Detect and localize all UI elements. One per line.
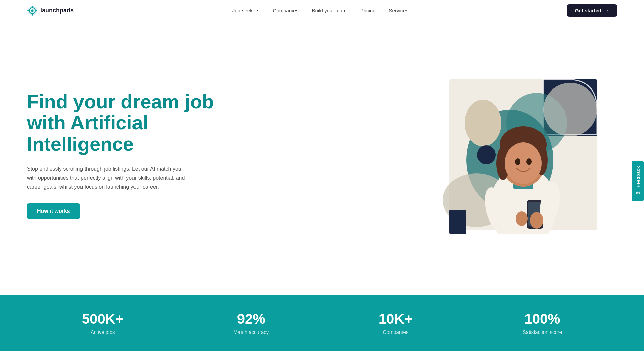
person-svg — [470, 93, 577, 234]
stat-companies-number: 10K+ — [379, 311, 413, 327]
svg-point-31 — [516, 211, 528, 226]
hero-title: Find your dream job with Artificial Inte… — [27, 91, 215, 155]
svg-point-2 — [31, 9, 34, 12]
stat-satisfaction: 100% Satisfaction score — [523, 311, 562, 335]
stats-bar: 500K+ Active jobs 92% Match accuracy 10K… — [0, 295, 644, 351]
svg-point-24 — [515, 158, 520, 165]
stat-match-accuracy-label: Match accuracy — [233, 329, 269, 335]
get-started-button[interactable]: Get started → — [567, 4, 617, 17]
nav-companies[interactable]: Companies — [273, 8, 299, 13]
arrow-icon: → — [604, 8, 609, 13]
hero-content: Find your dream job with Artificial Inte… — [27, 91, 215, 219]
stat-companies-label: Companies — [379, 329, 413, 335]
nav-build-team[interactable]: Build your team — [312, 8, 346, 13]
explore-section: Explore how it works — [0, 351, 644, 362]
stat-match-accuracy-number: 92% — [233, 311, 269, 327]
stat-match-accuracy: 92% Match accuracy — [233, 311, 269, 335]
stat-active-jobs: 500K+ Active jobs — [82, 311, 124, 335]
hero-person-illustration — [470, 93, 577, 234]
logo-icon — [27, 5, 38, 16]
stat-active-jobs-number: 500K+ — [82, 311, 124, 327]
stat-companies: 10K+ Companies — [379, 311, 413, 335]
stat-active-jobs-label: Active jobs — [82, 329, 124, 335]
stat-satisfaction-number: 100% — [523, 311, 562, 327]
nav-job-seekers[interactable]: Job seekers — [232, 8, 260, 13]
svg-rect-15 — [449, 210, 466, 234]
logo-text: launchpads — [40, 7, 74, 14]
svg-point-25 — [526, 158, 532, 165]
nav-services[interactable]: Services — [389, 8, 409, 13]
how-it-works-button[interactable]: How it works — [27, 203, 80, 219]
svg-point-23 — [505, 142, 542, 184]
svg-point-30 — [530, 212, 543, 229]
feedback-widget: ✉ Feedback — [632, 161, 644, 201]
navbar: launchpads Job seekers Companies Build y… — [0, 0, 644, 21]
stat-satisfaction-label: Satisfaction score — [523, 329, 562, 335]
nav-pricing[interactable]: Pricing — [360, 8, 376, 13]
feedback-button[interactable]: ✉ Feedback — [632, 161, 644, 201]
hero-description: Stop endlessly scrolling through job lis… — [27, 164, 188, 192]
hero-image — [443, 76, 604, 234]
nav-links: Job seekers Companies Build your team Pr… — [232, 8, 408, 14]
logo-link[interactable]: launchpads — [27, 5, 74, 16]
feedback-icon: ✉ — [635, 190, 641, 196]
hero-section: Find your dream job with Artificial Inte… — [0, 21, 644, 295]
